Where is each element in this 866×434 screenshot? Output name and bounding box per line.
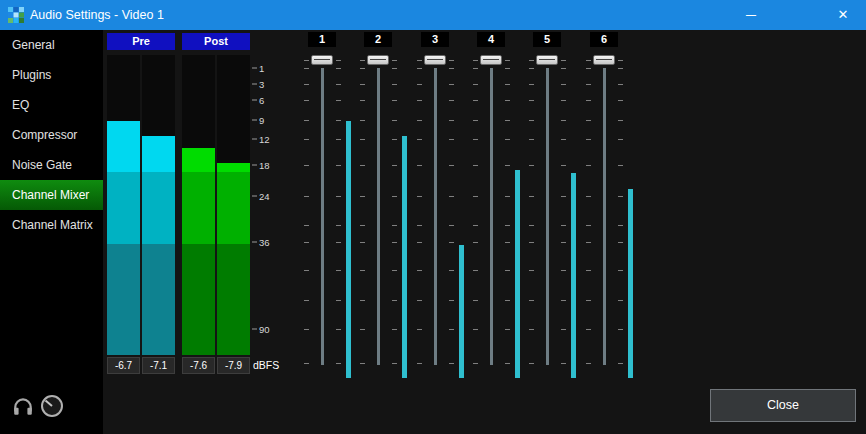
fader-tick [561, 139, 566, 140]
fader-tick [586, 242, 591, 243]
fader-tick [561, 120, 566, 121]
fader-tick [392, 196, 397, 197]
fader-tick [561, 300, 566, 301]
channel-fader-handle[interactable] [480, 55, 502, 65]
channel-fader-track[interactable] [603, 68, 606, 365]
fader-tick [304, 68, 309, 69]
headphones-button[interactable] [12, 396, 36, 418]
fader-tick [336, 270, 341, 271]
fader-tick [618, 329, 623, 330]
sidebar-item-compressor[interactable]: Compressor [0, 120, 103, 150]
fader-tick [505, 270, 510, 271]
sidebar-item-channel-mixer[interactable]: Channel Mixer [0, 180, 103, 210]
channel-fader-handle[interactable] [311, 55, 333, 65]
post-meter-left [182, 55, 215, 355]
fader-tick [586, 120, 591, 121]
pre-value-left: -6.7 [107, 357, 140, 374]
fader-tick [336, 60, 341, 61]
fader-tick [392, 60, 397, 61]
fader-tick [417, 120, 422, 121]
close-window-button[interactable]: ✕ [820, 0, 866, 30]
sidebar-item-noise-gate[interactable]: Noise Gate [0, 150, 103, 180]
fader-tick [392, 120, 397, 121]
fader-tick [360, 60, 365, 61]
channel-fader-track[interactable] [377, 68, 380, 365]
fader-tick [304, 196, 309, 197]
fader-tick [618, 68, 623, 69]
sidebar-item-general[interactable]: General [0, 30, 103, 60]
fader-tick [561, 84, 566, 85]
post-meter-left-fill [182, 148, 215, 355]
fader-tick [473, 120, 478, 121]
fader-tick [505, 196, 510, 197]
fader-tick [417, 196, 422, 197]
fader-tick [586, 68, 591, 69]
fader-tick [336, 120, 341, 121]
channel-fader-track[interactable] [546, 68, 549, 365]
fader-tick [336, 225, 341, 226]
sidebar: General Plugins EQ Compressor Noise Gate… [0, 30, 103, 434]
db-scale-tick: 9 [252, 115, 264, 126]
fader-tick [392, 329, 397, 330]
close-button[interactable]: Close [710, 389, 856, 422]
sidebar-item-plugins[interactable]: Plugins [0, 60, 103, 90]
window-title: Audio Settings - Video 1 [30, 0, 164, 30]
channel-meter [628, 68, 633, 378]
channel-fader-track[interactable] [321, 68, 324, 365]
fader-tick [586, 84, 591, 85]
fader-tick [561, 196, 566, 197]
post-value-left: -7.6 [182, 357, 215, 374]
fader-tick [473, 68, 478, 69]
fader-tick [618, 165, 623, 166]
channel-fader-track[interactable] [490, 68, 493, 365]
channel-fader-handle[interactable] [593, 55, 615, 65]
fader-tick [473, 363, 478, 364]
fader-tick [618, 100, 623, 101]
fader-tick [561, 68, 566, 69]
fader-tick [618, 84, 623, 85]
sidebar-item-channel-matrix[interactable]: Channel Matrix [0, 210, 103, 240]
fader-tick [561, 165, 566, 166]
channel-fader-handle[interactable] [536, 55, 558, 65]
fader-tick [449, 270, 454, 271]
fader-tick [449, 100, 454, 101]
fader-tick [529, 329, 534, 330]
channel-strip-1: 1 [294, 30, 352, 378]
fader-tick [304, 225, 309, 226]
fader-tick [586, 270, 591, 271]
channel-meter-fill [628, 189, 633, 378]
channel-fader-track[interactable] [434, 68, 437, 365]
headphone-volume-knob[interactable] [40, 394, 64, 418]
fader-tick [505, 139, 510, 140]
post-label: Post [182, 33, 250, 50]
fader-tick [529, 120, 534, 121]
fader-tick [561, 60, 566, 61]
fader-tick [336, 84, 341, 85]
minimize-button[interactable]: ─ [728, 0, 774, 30]
channel-fader-handle[interactable] [424, 55, 446, 65]
fader-tick [473, 165, 478, 166]
fader-tick [473, 329, 478, 330]
fader-tick [304, 120, 309, 121]
fader-tick [586, 165, 591, 166]
fader-tick [417, 270, 422, 271]
fader-tick [304, 242, 309, 243]
fader-tick [618, 196, 623, 197]
fader-tick [561, 225, 566, 226]
fader-tick [473, 196, 478, 197]
db-scale-tick: 6 [252, 95, 264, 106]
fader-tick [360, 225, 365, 226]
fader-tick [618, 120, 623, 121]
fader-tick [449, 329, 454, 330]
fader-tick [505, 300, 510, 301]
fader-tick [304, 165, 309, 166]
fader-tick [449, 363, 454, 364]
fader-tick [449, 60, 454, 61]
titlebar: Audio Settings - Video 1 ─ ✕ [0, 0, 866, 30]
sidebar-item-eq[interactable]: EQ [0, 90, 103, 120]
post-value-right: -7.9 [217, 357, 250, 374]
fader-tick [505, 60, 510, 61]
channel-fader-handle[interactable] [367, 55, 389, 65]
fader-tick [505, 68, 510, 69]
fader-tick [304, 363, 309, 364]
